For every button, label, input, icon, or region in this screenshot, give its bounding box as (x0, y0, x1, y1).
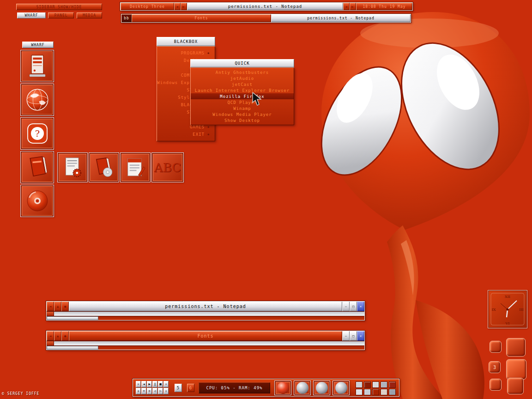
tray-icon[interactable] (372, 381, 379, 388)
tray-icon[interactable] (389, 381, 396, 388)
tray-icon[interactable] (364, 389, 371, 395)
quick-item-antiy-ghostbusters[interactable]: Antiy Ghostbusters (191, 69, 294, 75)
pager-cell-2[interactable] (506, 338, 526, 357)
tray-icon[interactable] (389, 389, 396, 395)
tray-icon[interactable] (381, 381, 387, 388)
notes-icon (123, 156, 147, 180)
arrow-left-icon: ◄ (345, 5, 348, 9)
window-sticky-button[interactable]: ● (61, 302, 69, 311)
quick-item-winamp[interactable]: Winamp (191, 105, 294, 111)
window-next-button[interactable]: ► (350, 3, 356, 10)
fonts-titlebar[interactable]: ◄ ▲ ● Fonts — □ ✕ (47, 331, 364, 341)
tray-icon[interactable] (364, 381, 371, 388)
toolbar-button-six[interactable]: 6 (187, 384, 194, 392)
quick-item-jetaudio[interactable]: jetAudio (191, 75, 294, 81)
wharf-title[interactable]: WHARF (22, 42, 54, 48)
red-sphere-icon (277, 382, 289, 394)
root-menu-title[interactable]: BLACKBOX (157, 37, 215, 46)
fonts-scrollbar[interactable] (47, 345, 364, 350)
pager-cell-3-active[interactable]: 3 (489, 361, 501, 373)
window-prev-button[interactable]: ◄ (343, 3, 350, 10)
task-button-notepad[interactable]: permissions.txt - Notepad (271, 14, 411, 22)
media-stop-button[interactable]: ■ (158, 381, 163, 387)
maximize-button[interactable]: □ (350, 331, 357, 341)
window-sticky-button[interactable]: ● (61, 331, 69, 341)
quick-menu-title[interactable]: QUICK (190, 59, 294, 67)
menu-item-programs[interactable]: PROGRAMS◆ (157, 49, 215, 57)
quick-item-qcd-player[interactable]: QCD Player (191, 99, 294, 105)
launcher-sphere-red[interactable] (274, 381, 291, 395)
launcher-sphere-3[interactable] (332, 381, 350, 395)
workspace-next-button[interactable]: ► (181, 3, 187, 10)
help-icon: ? (24, 121, 50, 146)
toolbar-button-five[interactable]: 5 (175, 384, 182, 392)
mouse-cursor (252, 92, 264, 106)
wharf-item-help[interactable]: ? (20, 117, 54, 150)
tray-icon[interactable] (381, 389, 387, 395)
scrollbar-thumb[interactable] (47, 316, 98, 320)
toolbar-clock: 18:08 Thu 19 May (356, 3, 412, 10)
book-icon (24, 154, 50, 180)
pager-cell-4[interactable] (506, 359, 526, 380)
launcher-sphere-2[interactable] (313, 381, 330, 395)
media-playlist-button[interactable]: ≡ (141, 388, 146, 394)
bb-menu-button[interactable]: bb (121, 14, 132, 22)
wharf-item-book[interactable] (20, 151, 54, 183)
wharf-item-globe[interactable] (20, 84, 54, 116)
media-record-button[interactable]: ⊙ (147, 388, 152, 394)
window-menu-button[interactable]: ◄ (47, 302, 54, 311)
cpu-ram-label: CPU: 05% - RAM: 49% (206, 386, 263, 390)
quick-item-jetcast[interactable]: jetCast (191, 81, 294, 87)
desktop-icon-notes[interactable] (120, 152, 151, 182)
wharf-item-computer[interactable] (20, 50, 54, 82)
pager-cell-5[interactable] (490, 379, 502, 391)
media-next-button[interactable]: » (163, 381, 169, 387)
media-eject-button[interactable]: ± (136, 388, 141, 394)
arrow-right-icon: ► (351, 5, 354, 9)
submenu-arrow-icon: ◆ (207, 51, 211, 55)
panel-button-label: PANEL (54, 13, 67, 18)
tray-icon[interactable] (356, 381, 363, 388)
desktop-icon-fonts[interactable]: ABC (151, 152, 184, 182)
workspace-prev-button[interactable]: ◄ (174, 3, 181, 10)
task-slit-bar: bb Fonts permissions.txt - Notepad (121, 14, 411, 23)
notepad-titlebar[interactable]: ◄ ▲ ● permissions.txt - Notepad — □ ✕ (47, 302, 364, 311)
launcher-sphere-1[interactable] (294, 381, 311, 395)
pager-cell-6[interactable] (507, 378, 524, 394)
quick-item-show-desktop[interactable]: Show Desktop (191, 117, 294, 123)
desktop-icon-book-cd[interactable] (89, 152, 119, 182)
pager-cell-1[interactable] (490, 341, 502, 353)
tray-icon[interactable] (356, 389, 363, 395)
quick-menu-title-label: QUICK (235, 61, 249, 66)
window-shade-button[interactable]: ▲ (54, 331, 61, 341)
sidebar-button-panel[interactable]: PANEL (48, 12, 74, 18)
task-button-fonts[interactable]: Fonts (132, 14, 271, 22)
tray-icon[interactable] (372, 389, 379, 395)
minimize-button[interactable]: — (342, 331, 350, 341)
scrollbar-thumb[interactable] (47, 346, 98, 350)
media-forward-button[interactable]: ▷ (158, 388, 163, 394)
wharf-item-cdrom[interactable] (20, 185, 54, 217)
quick-item-wmp[interactable]: Windows Media Player (191, 111, 294, 117)
window-shade-button[interactable]: ▲ (54, 302, 61, 311)
media-prev-button[interactable]: « (136, 381, 141, 387)
sidebar-button-media[interactable]: MEDIA (77, 12, 102, 18)
minimize-button[interactable]: — (342, 302, 350, 311)
media-back-button[interactable]: ◁ (152, 388, 157, 394)
sidebar-toggle-bar[interactable]: SIDEBAR SHOW/HIDE (16, 4, 102, 10)
workspace-indicator[interactable]: Desktop Three (121, 3, 174, 10)
sidebar-button-wharf[interactable]: WHARF (17, 12, 46, 18)
media-play-button[interactable]: ▶ (147, 381, 152, 387)
desktop-icon-document[interactable] (57, 152, 88, 182)
window-menu-button[interactable]: ◄ (47, 331, 54, 341)
menu-item-exit[interactable]: EXIT◆ (157, 131, 215, 138)
quick-item-mozilla-firefox[interactable]: Mozilla Firefox (191, 93, 294, 99)
media-rewind-button[interactable]: ◄ (141, 381, 146, 387)
media-shuffle-button[interactable]: ↕ (163, 388, 169, 394)
close-button[interactable]: ✕ (357, 331, 364, 341)
notepad-scrollbar[interactable] (47, 316, 364, 320)
quick-item-launch-ie[interactable]: Launch Internet Explorer Browser (191, 87, 294, 93)
close-button[interactable]: ✕ (357, 302, 364, 311)
media-pause-button[interactable]: ∥ (152, 381, 157, 387)
maximize-button[interactable]: □ (350, 302, 357, 311)
